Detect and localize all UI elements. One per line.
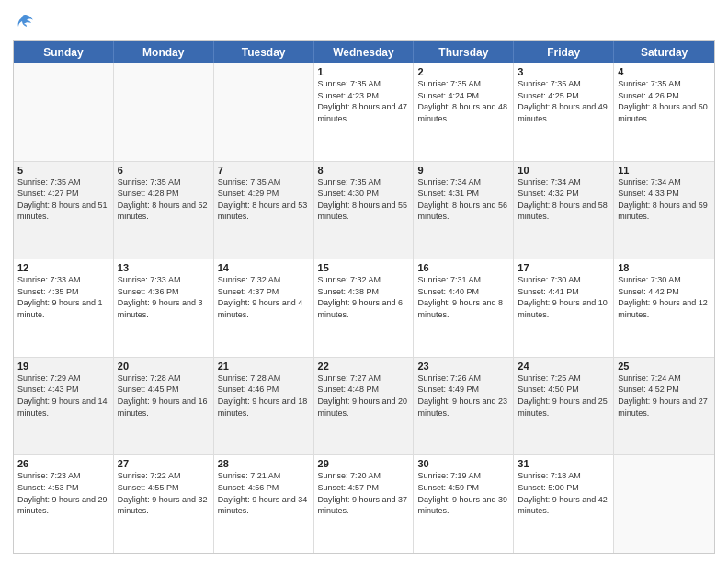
day-cell: 3Sunrise: 7:35 AM Sunset: 4:25 PM Daylig… [514, 63, 614, 161]
day-header-wednesday: Wednesday [314, 41, 415, 63]
day-cell: 22Sunrise: 7:27 AM Sunset: 4:48 PM Dayli… [314, 358, 415, 455]
week-row: 19Sunrise: 7:29 AM Sunset: 4:43 PM Dayli… [14, 358, 714, 456]
calendar-body: 1Sunrise: 7:35 AM Sunset: 4:23 PM Daylig… [14, 63, 714, 553]
day-number: 15 [318, 262, 410, 273]
day-cell: 1Sunrise: 7:35 AM Sunset: 4:23 PM Daylig… [314, 63, 415, 161]
day-number: 27 [118, 458, 210, 469]
logo [13, 13, 35, 35]
day-cell: 28Sunrise: 7:21 AM Sunset: 4:56 PM Dayli… [214, 455, 314, 553]
day-cell: 4Sunrise: 7:35 AM Sunset: 4:26 PM Daylig… [614, 63, 714, 161]
day-cell: 14Sunrise: 7:32 AM Sunset: 4:37 PM Dayli… [214, 259, 314, 357]
day-info: Sunrise: 7:33 AM Sunset: 4:36 PM Dayligh… [118, 274, 210, 320]
day-info: Sunrise: 7:28 AM Sunset: 4:45 PM Dayligh… [118, 373, 210, 419]
day-info: Sunrise: 7:35 AM Sunset: 4:26 PM Dayligh… [618, 78, 711, 124]
day-cell: 27Sunrise: 7:22 AM Sunset: 4:55 PM Dayli… [114, 455, 214, 553]
day-info: Sunrise: 7:30 AM Sunset: 4:41 PM Dayligh… [518, 274, 609, 320]
day-number: 19 [17, 361, 109, 372]
day-number: 4 [618, 66, 711, 77]
week-row: 5Sunrise: 7:35 AM Sunset: 4:27 PM Daylig… [14, 162, 714, 260]
day-number: 29 [318, 458, 410, 469]
day-cell: 29Sunrise: 7:20 AM Sunset: 4:57 PM Dayli… [314, 455, 415, 553]
day-info: Sunrise: 7:27 AM Sunset: 4:48 PM Dayligh… [318, 373, 410, 419]
day-cell: 20Sunrise: 7:28 AM Sunset: 4:45 PM Dayli… [114, 358, 214, 455]
day-number: 26 [17, 458, 109, 469]
day-cell: 13Sunrise: 7:33 AM Sunset: 4:36 PM Dayli… [114, 259, 214, 357]
page: SundayMondayTuesdayWednesdayThursdayFrid… [0, 0, 728, 563]
day-number: 21 [218, 361, 310, 372]
day-info: Sunrise: 7:35 AM Sunset: 4:27 PM Dayligh… [17, 177, 109, 223]
day-cell: 9Sunrise: 7:34 AM Sunset: 4:31 PM Daylig… [414, 162, 514, 259]
day-number: 8 [318, 165, 410, 176]
day-cell: 11Sunrise: 7:34 AM Sunset: 4:33 PM Dayli… [614, 162, 714, 259]
week-row: 26Sunrise: 7:23 AM Sunset: 4:53 PM Dayli… [14, 455, 714, 553]
day-cell: 12Sunrise: 7:33 AM Sunset: 4:35 PM Dayli… [14, 259, 114, 357]
day-info: Sunrise: 7:18 AM Sunset: 5:00 PM Dayligh… [518, 470, 609, 516]
day-number: 25 [618, 361, 711, 372]
day-info: Sunrise: 7:23 AM Sunset: 4:53 PM Dayligh… [17, 470, 109, 516]
day-cell [214, 63, 314, 161]
day-cell: 2Sunrise: 7:35 AM Sunset: 4:24 PM Daylig… [414, 63, 514, 161]
day-info: Sunrise: 7:21 AM Sunset: 4:56 PM Dayligh… [218, 470, 310, 516]
day-info: Sunrise: 7:22 AM Sunset: 4:55 PM Dayligh… [118, 470, 210, 516]
day-cell [614, 455, 714, 553]
day-number: 30 [417, 458, 509, 469]
day-number: 24 [518, 361, 609, 372]
logo-bird-icon [15, 11, 35, 31]
day-number: 5 [17, 165, 109, 176]
day-number: 23 [417, 361, 509, 372]
day-number: 16 [417, 262, 509, 273]
day-info: Sunrise: 7:25 AM Sunset: 4:50 PM Dayligh… [518, 373, 609, 419]
day-cell: 30Sunrise: 7:19 AM Sunset: 4:59 PM Dayli… [414, 455, 514, 553]
day-info: Sunrise: 7:35 AM Sunset: 4:29 PM Dayligh… [218, 177, 310, 223]
day-cell: 17Sunrise: 7:30 AM Sunset: 4:41 PM Dayli… [514, 259, 614, 357]
day-info: Sunrise: 7:32 AM Sunset: 4:38 PM Dayligh… [318, 274, 410, 320]
day-cell: 31Sunrise: 7:18 AM Sunset: 5:00 PM Dayli… [514, 455, 614, 553]
day-number: 22 [318, 361, 410, 372]
day-cell: 8Sunrise: 7:35 AM Sunset: 4:30 PM Daylig… [314, 162, 415, 259]
day-cell: 6Sunrise: 7:35 AM Sunset: 4:28 PM Daylig… [114, 162, 214, 259]
day-number: 11 [618, 165, 711, 176]
header [13, 9, 715, 35]
day-number: 14 [218, 262, 310, 273]
day-info: Sunrise: 7:30 AM Sunset: 4:42 PM Dayligh… [618, 274, 711, 320]
day-cell: 19Sunrise: 7:29 AM Sunset: 4:43 PM Dayli… [14, 358, 114, 455]
day-info: Sunrise: 7:19 AM Sunset: 4:59 PM Dayligh… [417, 470, 509, 516]
day-cell: 7Sunrise: 7:35 AM Sunset: 4:29 PM Daylig… [214, 162, 314, 259]
day-info: Sunrise: 7:35 AM Sunset: 4:28 PM Dayligh… [118, 177, 210, 223]
day-number: 18 [618, 262, 711, 273]
day-info: Sunrise: 7:32 AM Sunset: 4:37 PM Dayligh… [218, 274, 310, 320]
day-header-monday: Monday [114, 41, 214, 63]
day-info: Sunrise: 7:20 AM Sunset: 4:57 PM Dayligh… [318, 470, 410, 516]
day-cell: 10Sunrise: 7:34 AM Sunset: 4:32 PM Dayli… [514, 162, 614, 259]
day-number: 17 [518, 262, 609, 273]
day-number: 6 [118, 165, 210, 176]
day-number: 7 [218, 165, 310, 176]
day-info: Sunrise: 7:35 AM Sunset: 4:24 PM Dayligh… [417, 78, 509, 124]
day-cell: 23Sunrise: 7:26 AM Sunset: 4:49 PM Dayli… [414, 358, 514, 455]
calendar: SundayMondayTuesdayWednesdayThursdayFrid… [13, 40, 715, 554]
day-cell: 15Sunrise: 7:32 AM Sunset: 4:38 PM Dayli… [314, 259, 415, 357]
day-header-friday: Friday [514, 41, 614, 63]
day-number: 13 [118, 262, 210, 273]
day-header-tuesday: Tuesday [214, 41, 314, 63]
day-number: 9 [417, 165, 509, 176]
day-info: Sunrise: 7:33 AM Sunset: 4:35 PM Dayligh… [17, 274, 109, 320]
day-number: 31 [518, 458, 609, 469]
day-number: 20 [118, 361, 210, 372]
day-info: Sunrise: 7:28 AM Sunset: 4:46 PM Dayligh… [218, 373, 310, 419]
day-header-sunday: Sunday [14, 41, 114, 63]
day-info: Sunrise: 7:24 AM Sunset: 4:52 PM Dayligh… [618, 373, 711, 419]
day-cell [114, 63, 214, 161]
day-cell: 16Sunrise: 7:31 AM Sunset: 4:40 PM Dayli… [414, 259, 514, 357]
day-cell [14, 63, 114, 161]
day-cell: 5Sunrise: 7:35 AM Sunset: 4:27 PM Daylig… [14, 162, 114, 259]
day-cell: 25Sunrise: 7:24 AM Sunset: 4:52 PM Dayli… [614, 358, 714, 455]
day-number: 28 [218, 458, 310, 469]
day-cell: 24Sunrise: 7:25 AM Sunset: 4:50 PM Dayli… [514, 358, 614, 455]
day-header-saturday: Saturday [614, 41, 714, 63]
week-row: 12Sunrise: 7:33 AM Sunset: 4:35 PM Dayli… [14, 259, 714, 358]
week-row: 1Sunrise: 7:35 AM Sunset: 4:23 PM Daylig… [14, 63, 714, 162]
day-header-thursday: Thursday [414, 41, 514, 63]
day-cell: 18Sunrise: 7:30 AM Sunset: 4:42 PM Dayli… [614, 259, 714, 357]
day-info: Sunrise: 7:29 AM Sunset: 4:43 PM Dayligh… [17, 373, 109, 419]
